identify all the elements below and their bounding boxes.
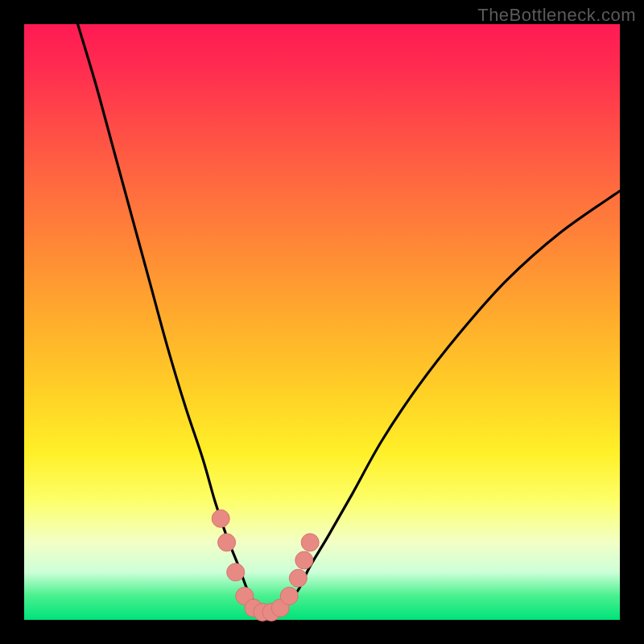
curve-marker (218, 534, 236, 551)
curve-marker (301, 534, 319, 551)
curve-markers (212, 510, 319, 621)
curve-marker (289, 569, 307, 587)
bottleneck-curve (78, 24, 620, 613)
watermark-text: TheBottleneck.com (477, 5, 636, 26)
curve-marker (295, 551, 313, 569)
curve-marker (227, 564, 245, 581)
curve-marker (212, 510, 229, 527)
chart-frame: TheBottleneck.com (0, 0, 644, 644)
curve-group (78, 24, 620, 613)
chart-svg (24, 24, 620, 620)
curve-marker (280, 587, 298, 605)
